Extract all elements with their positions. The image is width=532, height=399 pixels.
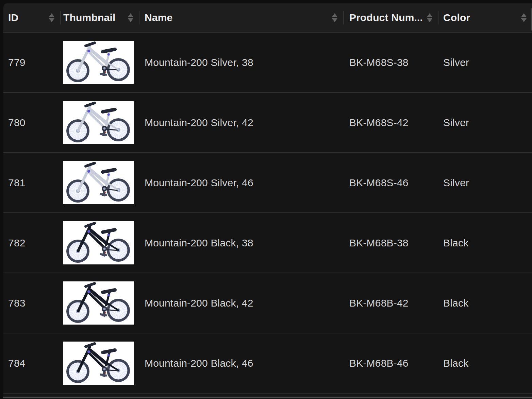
column-header-product-number[interactable]: Product Num...: [343, 3, 438, 32]
page-background: ID Thumbnail Name Product Num... Color: [0, 0, 532, 399]
sort-arrows-icon[interactable]: [521, 13, 527, 22]
table-row[interactable]: 780 Mountain-200 Silver, 42 BK-M68S-42 S…: [3, 93, 532, 153]
sort-arrows-icon[interactable]: [332, 13, 337, 22]
column-divider: [438, 11, 438, 24]
cell-color: Silver: [438, 153, 532, 212]
cell-thumbnail: [60, 93, 139, 152]
column-divider: [139, 11, 139, 24]
column-label-thumbnail: Thumbnail: [63, 12, 115, 23]
cell-product-number: BK-M68S-38: [343, 33, 438, 92]
cell-id: 780: [3, 93, 60, 152]
cell-product-number: BK-M68S-42: [343, 93, 438, 152]
sort-arrows-icon[interactable]: [49, 13, 54, 22]
cell-name: Mountain-200 Black, 46: [139, 333, 343, 393]
cell-name: Mountain-200 Black, 38: [139, 213, 343, 273]
cell-thumbnail: [60, 153, 139, 212]
column-label-color: Color: [443, 12, 470, 23]
table-body: 779 Mountain-200 Silver, 38 BK-M68S-38 S…: [3, 33, 532, 394]
column-header-name[interactable]: Name: [139, 3, 343, 32]
cell-thumbnail: [60, 33, 139, 92]
cell-id: 783: [3, 273, 60, 333]
cell-product-number: BK-M68B-46: [343, 333, 438, 393]
sort-arrows-icon[interactable]: [427, 13, 432, 22]
mountain-bike-thumbnail-image: [63, 41, 134, 84]
column-header-thumbnail[interactable]: Thumbnail: [60, 3, 139, 32]
sort-arrows-icon[interactable]: [128, 13, 133, 22]
cell-name: Mountain-200 Black, 42: [139, 273, 343, 333]
column-label-id: ID: [8, 12, 18, 23]
cell-product-number: BK-M68B-42: [343, 273, 438, 333]
cell-color: Black: [438, 213, 532, 273]
cell-color: Black: [438, 333, 532, 393]
column-label-product-number: Product Num...: [349, 12, 423, 23]
cell-thumbnail: [60, 273, 139, 333]
cell-product-number: BK-M68S-46: [343, 153, 438, 212]
mountain-bike-thumbnail-image: [63, 101, 134, 144]
cell-name: Mountain-200 Silver, 38: [139, 33, 343, 92]
table-row[interactable]: 783 Mountain-200 Black, 42 BK-M68B-42 Bl…: [3, 273, 532, 333]
mountain-bike-thumbnail-image: [63, 161, 134, 204]
column-divider: [60, 11, 61, 24]
column-label-name: Name: [145, 12, 173, 23]
column-header-id[interactable]: ID: [3, 3, 60, 32]
cell-color: Silver: [438, 93, 532, 152]
cell-id: 782: [3, 213, 60, 273]
column-header-color[interactable]: Color: [438, 3, 532, 32]
table-header-row: ID Thumbnail Name Product Num... Color: [3, 3, 532, 33]
vertical-scrollbar-thumb[interactable]: [531, 8, 532, 31]
table-row[interactable]: 779 Mountain-200 Silver, 38 BK-M68S-38 S…: [3, 33, 532, 93]
cell-color: Black: [438, 273, 532, 333]
horizontal-scrollbar[interactable]: [3, 397, 532, 398]
cell-thumbnail: [60, 213, 139, 273]
cell-id: 779: [3, 33, 60, 92]
column-divider: [343, 11, 344, 24]
table-row[interactable]: 782 Mountain-200 Black, 38 BK-M68B-38 Bl…: [3, 213, 532, 273]
cell-id: 784: [3, 333, 60, 393]
table-row[interactable]: 781 Mountain-200 Silver, 46 BK-M68S-46 S…: [3, 153, 532, 213]
mountain-bike-thumbnail-image: [63, 281, 134, 325]
table-row[interactable]: 784 Mountain-200 Black, 46 BK-M68B-46 Bl…: [3, 333, 532, 394]
mountain-bike-thumbnail-image: [63, 342, 134, 385]
cell-product-number: BK-M68B-38: [343, 213, 438, 273]
mountain-bike-thumbnail-image: [63, 221, 134, 264]
cell-id: 781: [3, 153, 60, 212]
cell-color: Silver: [438, 33, 532, 92]
cell-name: Mountain-200 Silver, 46: [139, 153, 343, 212]
products-table: ID Thumbnail Name Product Num... Color: [3, 3, 532, 399]
cell-name: Mountain-200 Silver, 42: [139, 93, 343, 152]
cell-thumbnail: [60, 333, 139, 393]
